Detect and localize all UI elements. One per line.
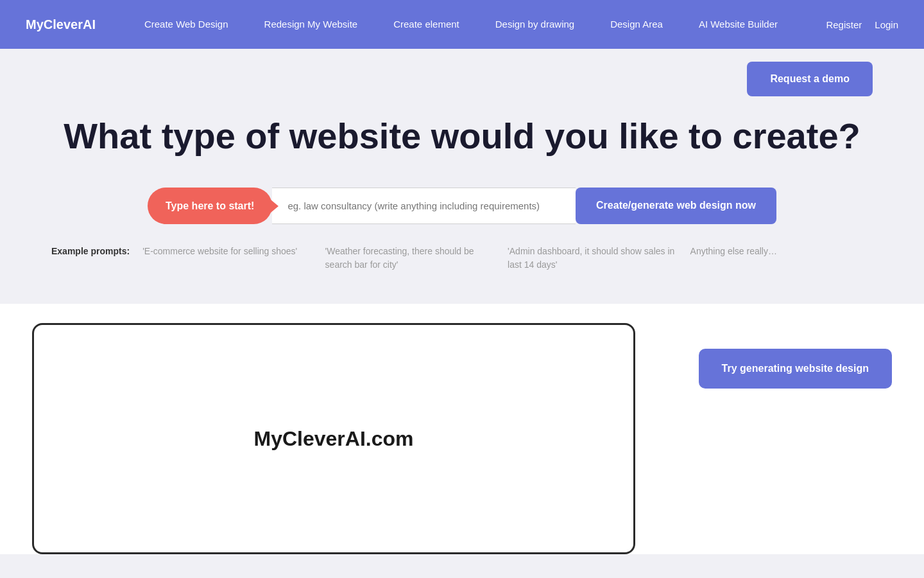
right-side: Try generating website design [661, 323, 892, 408]
content-bottom-row: MyCleverAI.com Try generating website de… [32, 323, 892, 554]
search-row: Type here to start! Create/generate web … [148, 188, 776, 224]
login-link[interactable]: Login [875, 19, 898, 30]
register-link[interactable]: Register [826, 19, 862, 30]
brand-logo[interactable]: MyCleverAI [26, 17, 96, 32]
nav-auth: Register Login [826, 19, 898, 30]
example-item-2: 'Admin dashboard, it should show sales i… [508, 245, 690, 272]
nav-design-area[interactable]: Design Area [592, 18, 681, 31]
demo-button-wrapper: Request a demo [51, 62, 873, 96]
hero-title: What type of website would you like to c… [51, 116, 873, 157]
navbar: MyCleverAI Create Web Design Redesign My… [0, 0, 924, 49]
preview-site-title: MyCleverAI.com [254, 427, 414, 451]
example-item-0: 'E-commerce website for selling shoes' [142, 245, 325, 272]
generate-button[interactable]: Create/generate web design now [576, 188, 776, 224]
browser-mockup: MyCleverAI.com [32, 323, 635, 554]
nav-design-by-drawing[interactable]: Design by drawing [477, 18, 592, 31]
nav-redesign-my-website[interactable]: Redesign My Website [246, 18, 376, 31]
nav-ai-website-builder[interactable]: AI Website Builder [681, 18, 796, 31]
nav-links: Create Web Design Redesign My Website Cr… [126, 18, 826, 31]
try-generating-button[interactable]: Try generating website design [699, 349, 892, 389]
type-here-button[interactable]: Type here to start! [148, 188, 272, 224]
example-item-1: 'Weather forecasting, there should be se… [325, 245, 508, 272]
example-item-3: Anything else really… [690, 245, 873, 272]
hero-section: Request a demo What type of website woul… [0, 49, 924, 304]
nav-create-element[interactable]: Create element [375, 18, 477, 31]
request-demo-button[interactable]: Request a demo [747, 62, 873, 96]
nav-create-web-design[interactable]: Create Web Design [126, 18, 246, 31]
search-input[interactable] [272, 188, 576, 224]
examples-label: Example prompts: [51, 245, 142, 256]
examples-list: 'E-commerce website for selling shoes' '… [142, 245, 873, 272]
examples-row: Example prompts: 'E-commerce website for… [51, 245, 873, 272]
content-area: MyCleverAI.com Try generating website de… [0, 304, 924, 554]
